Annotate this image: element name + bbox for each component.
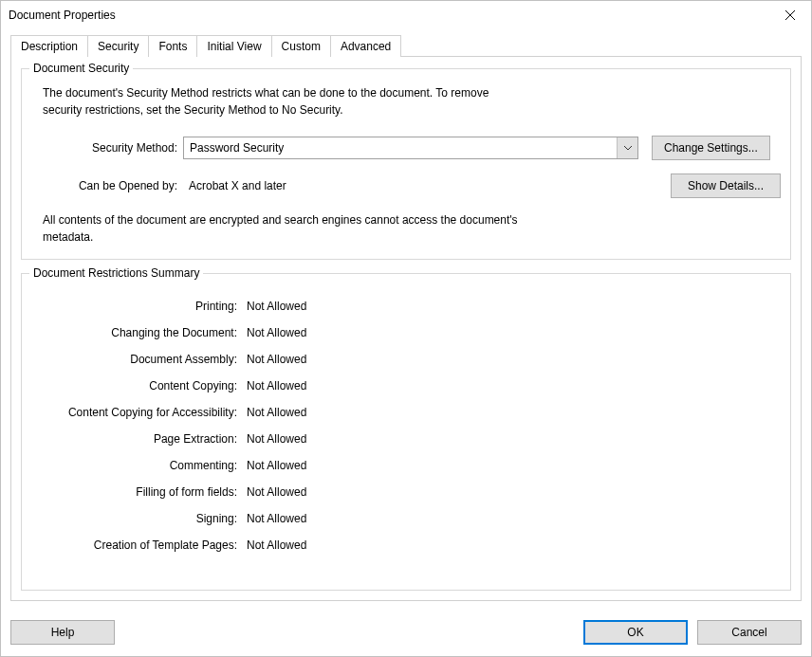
restriction-row-form-fields: Filling of form fields: Not Allowed [31,479,781,505]
window-title: Document Properties [9,9,116,22]
restrictions-list: Printing: Not Allowed Changing the Docum… [31,285,781,558]
security-method-row: Security Method: Password Security Chang… [31,136,781,160]
document-security-group: Document Security The document's Securit… [21,68,791,260]
close-icon [785,10,795,20]
titlebar: Document Properties [1,1,811,29]
restrictions-group: Document Restrictions Summary Printing: … [21,273,791,591]
opened-by-row: Can be Opened by: Acrobat X and later Sh… [31,173,781,198]
tab-panel-security: Document Security The document's Securit… [10,56,802,601]
restriction-row-copy-accessibility: Content Copying for Accessibility: Not A… [31,399,781,426]
chevron-down-icon [617,137,637,158]
restriction-value: Not Allowed [245,326,306,339]
tab-advanced[interactable]: Advanced [330,35,401,57]
cancel-button[interactable]: Cancel [697,620,802,645]
opened-by-label: Can be Opened by: [31,179,183,192]
restriction-row-assembly: Document Assembly: Not Allowed [31,346,781,373]
tab-list: Description Security Fonts Initial View … [10,35,802,57]
restriction-row-copying: Content Copying: Not Allowed [31,373,781,399]
security-description: The document's Security Method restricts… [31,81,781,122]
restriction-value: Not Allowed [245,406,306,419]
restriction-label: Printing: [31,300,245,313]
change-settings-button[interactable]: Change Settings... [652,136,770,160]
restriction-value: Not Allowed [245,459,306,472]
restriction-value: Not Allowed [245,512,306,525]
restriction-label: Filling of form fields: [31,485,245,499]
restriction-row-page-extraction: Page Extraction: Not Allowed [31,426,781,452]
ok-button[interactable]: OK [583,620,688,645]
encryption-note-line: metadata. [43,228,563,246]
restriction-label: Creation of Template Pages: [31,538,245,552]
security-description-line: security restrictions, set the Security … [43,101,781,119]
restriction-label: Content Copying for Accessibility: [31,406,245,419]
tab-security[interactable]: Security [87,35,149,57]
restriction-label: Document Assembly: [31,353,245,366]
tab-initial-view[interactable]: Initial View [196,35,271,57]
encryption-note-line: All contents of the document are encrypt… [43,211,563,228]
restriction-label: Page Extraction: [31,432,245,446]
restriction-label: Signing: [31,512,245,525]
restriction-label: Content Copying: [31,379,245,392]
help-button[interactable]: Help [10,620,115,645]
content-area: Description Security Fonts Initial View … [1,29,811,611]
dialog-footer: Help OK Cancel [1,611,811,656]
restriction-value: Not Allowed [245,353,306,366]
restriction-label: Changing the Document: [31,326,245,339]
security-method-dropdown[interactable]: Password Security [183,137,638,159]
restriction-value: Not Allowed [245,485,306,499]
restrictions-legend: Document Restrictions Summary [29,266,203,280]
restriction-value: Not Allowed [245,300,306,313]
restriction-label: Commenting: [31,459,245,472]
security-method-label: Security Method: [31,141,183,155]
security-method-value: Password Security [190,141,284,155]
document-properties-dialog: Document Properties Description Security… [0,0,812,657]
restriction-value: Not Allowed [245,538,306,552]
tab-custom[interactable]: Custom [271,35,331,57]
restriction-value: Not Allowed [245,432,306,446]
restriction-row-signing: Signing: Not Allowed [31,505,781,532]
tab-fonts[interactable]: Fonts [148,35,197,57]
encryption-note: All contents of the document are encrypt… [31,211,563,246]
restriction-row-commenting: Commenting: Not Allowed [31,452,781,479]
restriction-row-printing: Printing: Not Allowed [31,293,781,319]
opened-by-value: Acrobat X and later [183,179,286,192]
restriction-row-template-pages: Creation of Template Pages: Not Allowed [31,532,781,558]
security-description-line: The document's Security Method restricts… [43,84,781,101]
show-details-button[interactable]: Show Details... [671,173,781,198]
document-security-legend: Document Security [29,62,133,75]
window-close-button[interactable] [768,1,811,29]
restriction-row-changing: Changing the Document: Not Allowed [31,319,781,346]
tab-description[interactable]: Description [10,35,88,57]
restriction-value: Not Allowed [245,379,306,392]
